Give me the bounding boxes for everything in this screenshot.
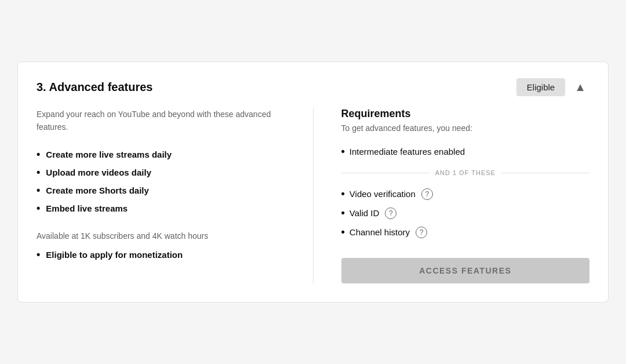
list-item: Create more live streams daily [37,145,285,163]
divider-line-right [501,173,589,173]
requirements-list: Intermediate features enabled [341,142,590,161]
description-text: Expand your reach on YouTube and beyond … [37,108,285,134]
available-text: Available at 1K subscribers and 4K watch… [37,231,285,241]
card-body: Expand your reach on YouTube and beyond … [37,108,589,283]
list-item: Embed live streams [37,199,285,217]
requirements-options-list: Video verification ? Valid ID ? Channel … [341,184,590,242]
chevron-up-icon: ▲ [574,81,586,93]
eligible-badge[interactable]: Eligible [516,78,565,96]
list-item: Video verification ? [341,184,590,203]
advanced-features-card: 3. Advanced features Eligible ▲ Expand y… [17,61,609,303]
valid-id-help-icon[interactable]: ? [385,208,396,219]
header-right: Eligible ▲ [516,78,589,96]
card-title: 3. Advanced features [37,81,152,94]
collapse-button[interactable]: ▲ [571,78,589,96]
divider-line-left [341,173,430,173]
right-panel: Requirements To get advanced features, y… [314,108,590,283]
channel-history-help-icon[interactable]: ? [416,227,427,238]
list-item: Valid ID ? [341,203,590,223]
list-item: Intermediate features enabled [341,142,590,161]
card-header: 3. Advanced features Eligible ▲ [37,78,589,96]
divider-row: AND 1 OF THESE [341,169,590,176]
left-panel: Expand your reach on YouTube and beyond … [37,108,314,283]
feature-list: Create more live streams daily Upload mo… [37,145,285,217]
divider-text: AND 1 OF THESE [435,169,496,176]
list-item: Create more Shorts daily [37,181,285,199]
requirements-title: Requirements [341,108,590,120]
requirements-subtitle: To get advanced features, you need: [341,123,590,133]
list-item: Eligible to apply for monetization [37,249,285,261]
list-item: Upload more videos daily [37,163,285,181]
monetization-list: Eligible to apply for monetization [37,249,285,261]
list-item: Channel history ? [341,223,590,242]
access-features-button[interactable]: ACCESS FEATURES [341,258,590,283]
video-verification-help-icon[interactable]: ? [421,188,433,200]
